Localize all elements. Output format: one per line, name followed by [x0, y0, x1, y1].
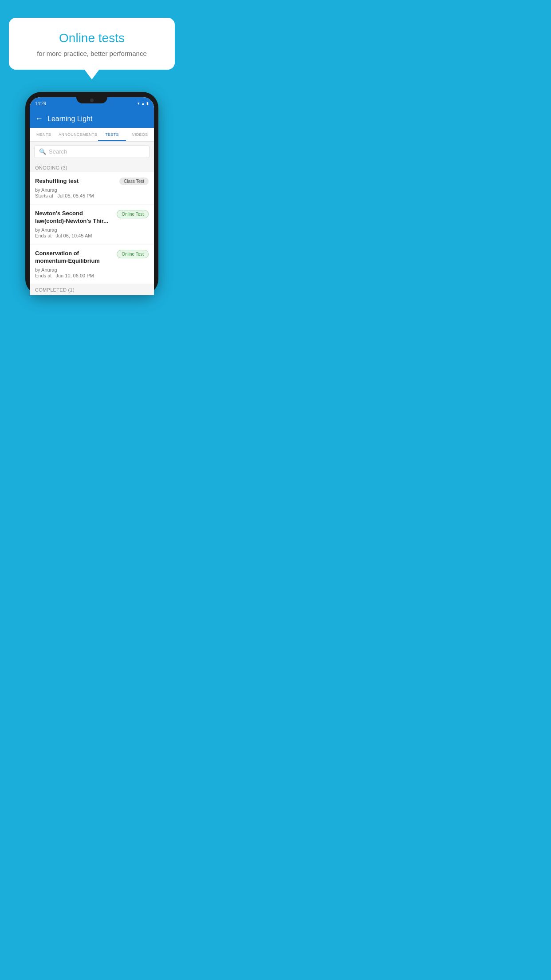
status-icons: ▾ ▲ ▮ — [138, 101, 149, 106]
battery-icon: ▮ — [146, 101, 149, 106]
back-button[interactable]: ← — [35, 114, 43, 123]
time-value-2: Jul 06, 10:45 AM — [55, 233, 92, 238]
test-by-3: by Anurag — [35, 267, 149, 273]
test-by-2: by Anurag — [35, 227, 149, 233]
test-card-1-header: Reshuffling test Class Test — [35, 178, 149, 185]
test-title-2: Newton's Second law(contd)-Newton's Thir… — [35, 210, 113, 225]
time-value-1: Jul 05, 05:45 PM — [57, 193, 94, 198]
search-icon: 🔍 — [39, 148, 46, 155]
tab-announcements[interactable]: ANNOUNCEMENTS — [58, 128, 98, 141]
wifi-icon: ▾ — [138, 101, 140, 106]
phone-notch — [76, 97, 107, 103]
app-header: ← Learning Light — [30, 110, 154, 128]
test-badge-2: Online Test — [117, 210, 149, 218]
test-card-1[interactable]: Reshuffling test Class Test by Anurag St… — [30, 172, 154, 204]
test-time-2: Ends at Jul 06, 10:45 AM — [35, 233, 149, 238]
tab-tests[interactable]: TESTS — [98, 128, 126, 141]
test-card-2[interactable]: Newton's Second law(contd)-Newton's Thir… — [30, 205, 154, 244]
bubble-title: Online tests — [20, 31, 164, 45]
tabs-bar: MENTS ANNOUNCEMENTS TESTS VIDEOS — [30, 128, 154, 142]
signal-icon: ▲ — [141, 101, 145, 106]
test-title-3: Conservation of momentum-Equilibrium — [35, 250, 113, 265]
camera-icon — [90, 99, 94, 102]
test-card-2-header: Newton's Second law(contd)-Newton's Thir… — [35, 210, 149, 225]
time-label-1: Starts at — [35, 193, 53, 198]
content-area: ONGOING (3) Reshuffling test Class Test … — [30, 162, 154, 295]
ongoing-section-label: ONGOING (3) — [30, 162, 154, 172]
search-placeholder: Search — [49, 148, 67, 155]
time-label-3: Ends at — [35, 273, 51, 278]
test-title-1: Reshuffling test — [35, 178, 116, 185]
status-bar: 14:29 ▾ ▲ ▮ — [30, 97, 154, 110]
test-badge-1: Class Test — [119, 178, 149, 185]
test-by-1: by Anurag — [35, 187, 149, 193]
time-label-2: Ends at — [35, 233, 51, 238]
test-card-3[interactable]: Conservation of momentum-Equilibrium Onl… — [30, 245, 154, 284]
tab-videos[interactable]: VIDEOS — [126, 128, 154, 141]
status-time: 14:29 — [35, 101, 46, 106]
phone-mockup: 14:29 ▾ ▲ ▮ ← Learning Light MENTS ANNOU… — [25, 92, 158, 295]
search-bar[interactable]: 🔍 Search — [34, 145, 150, 158]
time-value-3: Jun 10, 06:00 PM — [55, 273, 94, 278]
test-time-3: Ends at Jun 10, 06:00 PM — [35, 273, 149, 278]
bubble-subtitle: for more practice, better performance — [20, 50, 164, 57]
test-badge-3: Online Test — [117, 250, 149, 258]
tab-ments[interactable]: MENTS — [30, 128, 58, 141]
phone-screen: 14:29 ▾ ▲ ▮ ← Learning Light MENTS ANNOU… — [30, 97, 154, 295]
speech-bubble: Online tests for more practice, better p… — [9, 18, 175, 70]
test-time-1: Starts at Jul 05, 05:45 PM — [35, 193, 149, 198]
app-title: Learning Light — [47, 115, 92, 123]
search-container: 🔍 Search — [30, 142, 154, 162]
hero-section: Online tests for more practice, better p… — [0, 0, 184, 70]
phone-wrapper: 14:29 ▾ ▲ ▮ ← Learning Light MENTS ANNOU… — [0, 92, 184, 295]
completed-section-label: COMPLETED (1) — [30, 285, 154, 295]
test-card-3-header: Conservation of momentum-Equilibrium Onl… — [35, 250, 149, 265]
